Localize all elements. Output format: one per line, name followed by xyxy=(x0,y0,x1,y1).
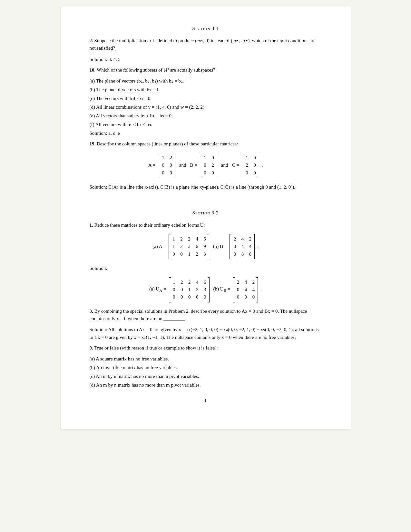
sol-a-group: (a) UA = 12246 00123 00000 xyxy=(149,277,209,302)
period-1: . xyxy=(262,163,263,168)
matrices-abc: A = 12 00 00 and B = 10 02 00 and C = 10… xyxy=(90,153,322,178)
sol-a-label: (a) UA = xyxy=(149,286,166,293)
problem-32-3: 3. By combining the special solutions in… xyxy=(90,308,322,323)
page: Section 3.1 2. Suppose the multiplicatio… xyxy=(61,6,351,429)
p10-f: (f) All vectors with b₁ ≤ b₂ ≤ b₃. xyxy=(90,121,322,128)
matrix-a-group: A = 12 00 00 xyxy=(148,153,175,178)
period-3: . xyxy=(260,287,262,292)
p10-b: (b) The plane of vectors with b₁ = 1. xyxy=(90,86,322,94)
solution-19: Solution: C(A) is a line (the x-axis), C… xyxy=(90,183,322,191)
section-divider xyxy=(90,198,322,204)
problem-32-1: 1. Reduce these matrices to their ordina… xyxy=(90,222,322,229)
solution-10: Solution: a, d, e xyxy=(90,129,322,137)
matrix-b-label: B = xyxy=(190,163,197,168)
solution-32-1-label: Solution: xyxy=(90,264,322,272)
matrix-c-group: C = 10 20 00 . xyxy=(232,153,263,178)
p1-b-label: (b) B = xyxy=(213,244,227,249)
matrix-b-group: B = 10 02 00 xyxy=(190,153,217,178)
p1-solution-matrices: (a) UA = 12246 00123 00000 (b) UB = 242 … xyxy=(90,277,322,302)
p1-b-group: (b) B = 242 044 088 . xyxy=(213,234,259,259)
problem-2: 2. Suppose the multiplication cx is defi… xyxy=(90,37,322,52)
sol-matrix-ua: 12246 00123 00000 xyxy=(169,277,210,302)
p1-matrix-a: 12246 12369 00123 xyxy=(169,234,209,259)
p10-a: (a) The plane of vectors (b₁, b₂, b₃) wi… xyxy=(90,77,322,85)
section-32-title: Section 3.2 xyxy=(90,210,322,216)
sol-b-group: (b) UB = 242 044 000 . xyxy=(213,277,262,302)
problem-10: 10. Which of the following subsets of ℝ³… xyxy=(90,66,322,74)
p9-d: (d) An m by n matrix has no more than m … xyxy=(90,381,322,389)
problem-19: 19. Describe the column spaces (lines or… xyxy=(90,140,322,148)
p1-matrices: (a) A = 12246 12369 00123 (b) B = 242 04… xyxy=(90,234,322,259)
matrix-a: 12 00 00 xyxy=(158,153,175,178)
problem-32-9: 9. True or false (with reason if true or… xyxy=(90,344,322,352)
p9-c: (c) An m by n matrix has no more than n … xyxy=(90,372,322,380)
matrix-b: 10 02 00 xyxy=(200,153,217,178)
and-1: and xyxy=(179,163,186,168)
and-2: and xyxy=(221,163,228,168)
p1-a-group: (a) A = 12246 12369 00123 xyxy=(152,234,209,259)
sol-matrix-ub: 242 044 000 xyxy=(233,277,258,302)
solution-2: Solution: 3, 4, 5 xyxy=(90,55,322,63)
p10-e: (e) All vectors that satisfy b₁ + b₂ + b… xyxy=(90,112,322,120)
matrix-a-label: A = xyxy=(148,163,155,168)
page-number: 1 xyxy=(90,399,322,404)
p9-b: (b) An invertible matrix has no free var… xyxy=(90,364,322,371)
solution-32-3: Solution: All solutions to Ax = 0 are gi… xyxy=(90,326,322,341)
matrix-c-label: C = xyxy=(232,163,239,168)
matrix-c: 10 20 00 xyxy=(242,153,259,178)
p10-d: (d) All linear combinations of v = (1, 4… xyxy=(90,103,322,111)
section-31-title: Section 3.1 xyxy=(90,26,322,31)
p1-a-label: (a) A = xyxy=(152,244,166,249)
sol-b-label: (b) UB = xyxy=(213,286,230,293)
p9-a: (a) A square matrix has no free variable… xyxy=(90,355,322,363)
p1-matrix-b: 242 044 088 xyxy=(230,234,255,259)
p10-c: (c) The vectors with b₁b₂b₃ = 0. xyxy=(90,94,322,102)
period-2: . xyxy=(257,244,259,249)
